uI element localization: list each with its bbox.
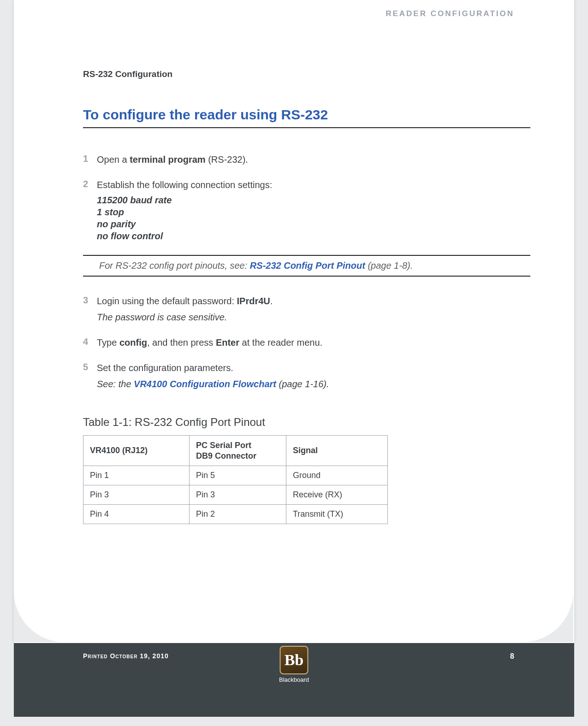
text: . [270,296,273,306]
step-text: Establish the following connection setti… [97,179,272,242]
text: Set the configuration parameters. [97,363,233,373]
table-cell: Ground [286,466,388,485]
text: Open a [97,154,130,165]
table-cell: Transmit (TX) [286,505,388,524]
logo-tile-icon: Bb [279,646,308,674]
text: Type [97,337,119,348]
header-line: DB9 Connector [196,451,256,460]
table-header-cell: VR4100 (RJ12) [83,436,190,466]
step-3: 3 Login using the default password: IPrd… [83,295,530,324]
step-text: Set the configuration parameters. See: t… [97,362,329,390]
blackboard-logo: Bb Blackboard [279,646,309,683]
bold-text: IPrdr4U [237,296,270,306]
text: at the reader menu. [239,337,322,348]
text: Establish the following connection setti… [97,180,272,190]
table-row: Pin 3 Pin 3 Receive (RX) [83,485,388,505]
cross-ref-link[interactable]: RS-232 Config Port Pinout [250,260,365,271]
table-header-cell: PC Serial Port DB9 Connector [190,436,286,466]
step-4: 4 Type config, and then press Enter at t… [83,336,530,349]
table-caption: Table 1-1: RS-232 Config Port Pinout [83,416,530,429]
content-area: RS-232 Configuration To configure the re… [83,69,530,524]
logo-text: Blackboard [279,676,309,683]
step-number: 3 [83,295,97,324]
table-cell: Receive (RX) [286,485,388,505]
note-text: For RS-232 config port pinouts, see: [99,260,250,271]
section-subhead: RS-232 Configuration [83,69,530,79]
text: , and then press [147,337,216,348]
see-note: See: the VR4100 Configuration Flowchart … [97,378,329,390]
step-text: Open a terminal program (RS-232). [97,153,248,166]
step-text: Type config, and then press Enter at the… [97,336,322,349]
setting-line: 115200 baud rate [97,194,272,206]
cross-ref-note: For RS-232 config port pinouts, see: RS-… [83,255,530,277]
setting-line: 1 stop [97,206,272,218]
table-cell: Pin 3 [190,485,286,505]
bold-text: terminal program [130,154,205,165]
page-title: To configure the reader using RS-232 [83,107,530,128]
table-cell: Pin 1 [83,466,190,485]
step-text: Login using the default password: IPrdr4… [97,295,273,324]
table-cell: Pin 4 [83,505,190,524]
running-header: READER CONFIGURATION [386,9,514,18]
page: READER CONFIGURATION RS-232 Configuratio… [14,0,574,643]
text: (page 1-16). [276,379,329,389]
note-text: (page 1-8). [365,260,413,271]
pinout-table: VR4100 (RJ12) PC Serial Port DB9 Connect… [83,435,388,524]
step-number: 2 [83,179,97,242]
password-note: The password is case sensitive. [97,311,273,324]
bold-text: Enter [216,337,239,348]
table-row: Pin 1 Pin 5 Ground [83,466,388,485]
bold-text: config [119,337,147,348]
text: Login using the default password: [97,296,237,306]
cross-ref-link[interactable]: VR4100 Configuration Flowchart [134,379,276,389]
table-header-cell: Signal [286,436,388,466]
step-5: 5 Set the configuration parameters. See:… [83,362,530,390]
text: (RS-232). [206,154,248,165]
table-row: Pin 4 Pin 2 Transmit (TX) [83,505,388,524]
text: See: the [97,379,134,389]
table-cell: Pin 3 [83,485,190,505]
table-cell: Pin 2 [190,505,286,524]
step-number: 1 [83,153,97,166]
print-date: Printed October 19, 2010 [83,652,169,660]
step-number: 4 [83,336,97,349]
step-1: 1 Open a terminal program (RS-232). [83,153,530,166]
connection-settings: 115200 baud rate 1 stop no parity no flo… [97,194,272,242]
setting-line: no flow control [97,230,272,242]
setting-line: no parity [97,218,272,230]
step-number: 5 [83,362,97,390]
footer-bar: Printed October 19, 2010 8 Bb Blackboard [14,643,574,717]
step-2: 2 Establish the following connection set… [83,179,530,242]
page-number: 8 [510,652,514,661]
table-cell: Pin 5 [190,466,286,485]
table-header-row: VR4100 (RJ12) PC Serial Port DB9 Connect… [83,436,388,466]
header-line: PC Serial Port [196,441,251,450]
